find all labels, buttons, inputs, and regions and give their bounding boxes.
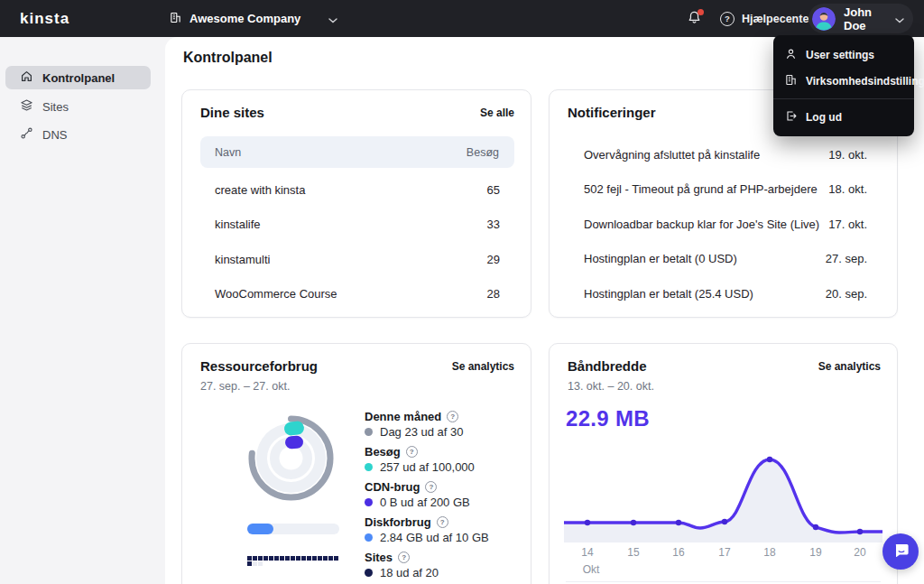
question-icon[interactable] [437, 516, 448, 528]
site-visits: 29 [487, 253, 500, 266]
x-axis-tick: 17 [711, 546, 738, 559]
legend-label: CDN-brug [365, 480, 420, 494]
legend-item-sites: Sites 18 ud af 20 [365, 550, 520, 579]
gray-dot [365, 428, 373, 436]
column-name: Navn [215, 146, 241, 159]
help-center-label: Hjælpecenter [742, 13, 813, 25]
your-sites-card: Dine sites Se alle Navn Besøg create wit… [181, 89, 531, 318]
chevron-down-icon [328, 11, 337, 27]
legend-item-disk: Diskforbrug 2.84 GB ud af 10 GB [365, 514, 520, 544]
date-range: 27. sep. – 27. okt. [200, 380, 290, 393]
x-axis-tick: 16 [665, 546, 692, 559]
bandwidth-card: Båndbredde Se analytics 13. okt. – 20. o… [549, 343, 898, 584]
top-bar: kinsta Awesome Company Hjælpecenter J [0, 0, 924, 37]
see-all-link[interactable]: Se alle [480, 107, 514, 119]
card-divider [566, 581, 881, 582]
sidebar-item-kontrolpanel[interactable]: Kontrolpanel [5, 66, 151, 89]
notification-text: 502 fejl - Timeout på grund af PHP-arbej… [584, 182, 818, 196]
see-analytics-link[interactable]: Se analytics [818, 360, 881, 373]
user-icon [785, 47, 797, 63]
building-icon [170, 11, 181, 27]
site-visits: 28 [487, 287, 500, 301]
navy-dot [365, 569, 373, 577]
legend-item-month: Denne måned Dag 23 ud af 30 [365, 409, 520, 439]
site-name: create with kinsta [215, 183, 305, 197]
user-menu-button[interactable]: John Doe [808, 4, 913, 33]
table-row[interactable]: kinstamulti 29 [200, 243, 514, 275]
menu-item-label: User settings [806, 49, 874, 61]
table-row[interactable]: WooCommerce Course 28 [200, 277, 514, 310]
notification-text: Hostingplan er betalt (25.4 USD) [584, 287, 753, 301]
bandwidth-line-chart [564, 445, 882, 546]
x-axis-tick: 20 [846, 546, 873, 559]
notification-dot [698, 9, 704, 15]
notification-date: 20. sep. [826, 287, 867, 301]
card-title: Notificeringer [568, 105, 656, 120]
chat-bubble-icon [892, 541, 910, 562]
resource-usage-card: Ressourceforbrug Se analytics 27. sep. –… [181, 343, 531, 584]
card-title: Båndbredde [568, 358, 647, 374]
list-item[interactable]: 502 fejl - Timeout på grund af PHP-arbej… [568, 172, 881, 205]
x-axis-tick: 14 [574, 546, 601, 559]
notification-date: 19. okt. [828, 148, 867, 162]
company-selector[interactable]: Awesome Company [170, 0, 337, 37]
list-item[interactable]: Downloadbar backup klar for Joe's Site (… [568, 208, 881, 240]
menu-item-log-out[interactable]: Log ud [773, 104, 914, 130]
menu-item-company-settings[interactable]: Virksomhedsindstillinger [773, 68, 914, 94]
notification-text: Downloadbar backup klar for Joe's Site (… [584, 218, 819, 231]
site-visits: 65 [487, 183, 500, 197]
question-icon[interactable] [447, 411, 458, 422]
notifications-bell-button[interactable] [682, 7, 706, 31]
legend-label: Sites [365, 551, 393, 564]
question-icon[interactable] [406, 446, 418, 458]
menu-item-user-settings[interactable]: User settings [773, 42, 914, 68]
legend-label: Besøg [365, 445, 401, 459]
sites-table-header: Navn Besøg [200, 136, 514, 168]
help-icon [720, 12, 735, 26]
chevron-down-icon [895, 11, 904, 27]
legend-value: 2.84 GB ud af 10 GB [380, 531, 489, 544]
site-name: kinstalife [215, 218, 261, 231]
menu-divider [773, 98, 914, 99]
x-axis-tick: 18 [756, 546, 783, 559]
teal-dot [365, 463, 373, 471]
card-title: Dine sites [200, 105, 264, 120]
table-row[interactable]: kinstalife 33 [200, 208, 514, 240]
menu-item-label: Log ud [806, 111, 842, 124]
legend-value: Dag 23 ud af 30 [380, 425, 464, 439]
list-item[interactable]: Hostingplan er betalt (25.4 USD) 20. sep… [568, 277, 881, 310]
site-name: kinstamulti [215, 253, 270, 266]
site-name: WooCommerce Course [215, 287, 337, 301]
sidebar-item-label: DNS [42, 128, 67, 142]
legend-value: 18 ud af 20 [380, 566, 439, 579]
see-analytics-link[interactable]: Se analytics [452, 360, 514, 373]
kinsta-dashboard: kinsta Awesome Company Hjælpecenter J [0, 0, 924, 584]
disk-usage-bar [247, 524, 339, 534]
card-title: Ressourceforbrug [200, 358, 318, 374]
legend-item-visits: Besøg 257 ud af 100,000 [365, 444, 520, 474]
avatar [812, 7, 836, 31]
sidebar-item-sites[interactable]: Sites [5, 95, 151, 118]
company-name: Awesome Company [189, 12, 300, 25]
help-center-button[interactable]: Hjælpecenter [720, 0, 813, 37]
table-row[interactable]: create with kinsta 65 [200, 173, 514, 206]
x-axis-tick: 15 [620, 546, 647, 559]
user-name: John Doe [844, 5, 887, 32]
site-visits: 33 [487, 218, 500, 231]
legend-label: Denne måned [365, 410, 441, 423]
sidebar-item-dns[interactable]: DNS [5, 123, 151, 146]
list-item[interactable]: Overvågning afsluttet på kinstalife 19. … [568, 138, 881, 171]
list-item[interactable]: Hostingplan er betalt (0 USD) 27. sep. [568, 242, 881, 274]
kinsta-logo[interactable]: kinsta [20, 10, 69, 28]
date-range: 13. okt. – 20. okt. [568, 380, 654, 393]
notification-date: 17. okt. [828, 218, 867, 231]
question-icon[interactable] [398, 552, 410, 563]
column-visits: Besøg [467, 146, 499, 159]
purple-dot [365, 498, 373, 506]
logout-icon [785, 109, 797, 125]
question-icon[interactable] [425, 481, 437, 493]
sidebar: Kontrolpanel Sites DNS [0, 37, 165, 584]
sidebar-item-label: Sites [42, 100, 69, 114]
chat-widget-button[interactable] [882, 533, 919, 570]
legend-value: 0 B ud af 200 GB [380, 496, 470, 509]
